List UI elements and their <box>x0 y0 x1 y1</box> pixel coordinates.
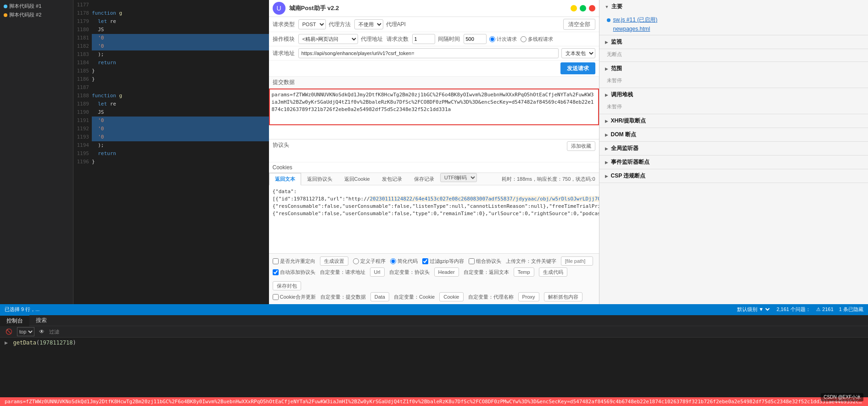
gen-settings-button[interactable]: 生成设置 <box>320 256 348 266</box>
file-path-input[interactable] <box>561 256 593 266</box>
callstack-section-header[interactable]: ▶ 调用堆栈 <box>599 88 868 101</box>
redirect-label: 是否允许重定向 <box>280 258 315 265</box>
tab-send-record[interactable]: 发包记录 <box>376 173 408 185</box>
code-line: let re <box>92 100 269 108</box>
code-line-highlight: '0 <box>92 42 269 50</box>
request-type-select[interactable]: POST GET <box>298 19 326 29</box>
event-section-header[interactable]: ▶ 事件监听器断点 <box>599 156 868 169</box>
source-item-sw[interactable]: sw.js #11 (已启用) <box>605 15 863 25</box>
code-line: } <box>92 158 269 166</box>
filter-gzip-label: 过滤gzip等内容 <box>430 258 464 265</box>
watch-section-header[interactable]: ▶ 监视 <box>599 35 868 49</box>
cookie-var-button[interactable]: Cookie <box>439 292 463 301</box>
data-var-button[interactable]: Data <box>370 292 389 301</box>
once-label: 计次请求 <box>497 36 517 43</box>
top-select[interactable]: top <box>17 327 34 336</box>
console-bottom-bar: params=fZTWWz0UNNUVKNoSdkQd1Jmy2DtfK8Hcw… <box>0 397 868 406</box>
xhr-section-header[interactable]: ▶ XHR/提取断点 <box>599 114 868 128</box>
global-section-header[interactable]: ▶ 全局监听器 <box>599 142 868 155</box>
proxy-method-select[interactable]: 不使用 <box>354 19 383 29</box>
simplify-option[interactable]: 简化代码 <box>390 258 418 265</box>
proxy-method-label: 代理方法 <box>329 21 352 28</box>
search-tab[interactable]: 搜索 <box>29 315 53 326</box>
script-item-2[interactable]: 脚本代码段 #2 <box>0 11 73 19</box>
console-tab[interactable]: 控制台 <box>0 315 29 326</box>
dom-section-header[interactable]: ▶ DOM 断点 <box>599 128 868 141</box>
tab-save-record[interactable]: 保存记录 <box>408 173 440 185</box>
auto-add-headers-label: 自动添加协议头 <box>280 269 315 276</box>
eye-button[interactable]: 👁 <box>37 328 46 335</box>
tab-return-headers[interactable]: 返回协议头 <box>301 173 338 185</box>
url-input[interactable] <box>298 48 559 58</box>
auto-add-headers-option[interactable]: 自动添加协议头 <box>273 269 315 276</box>
tab-return-cookie[interactable]: 返回Cookie <box>338 173 376 185</box>
send-request-button[interactable]: 发送请求 <box>560 62 595 74</box>
dot-1 <box>4 5 7 8</box>
problem-count: 2,161 个问题： <box>777 306 811 313</box>
timing-text: 耗时：188ms，响应长度：750，状态码:0 <box>502 176 595 183</box>
code-content: function g let re JS '0 '0 ); return } }… <box>92 0 269 304</box>
tool-panel-inner: 请求类型 POST GET 代理方法 不使用 代理API 清空全部 操作模块 <box>269 17 599 304</box>
log-level-select[interactable]: 默认级别 ▼ <box>735 306 771 312</box>
code-editor[interactable]: 1177 1178 1179 1180 1181 1182 1183 1184 … <box>73 0 269 304</box>
custom-var-header-label: 自定变量：协议头 <box>389 269 430 276</box>
add-collect-button[interactable]: 添加收藏 <box>567 141 595 151</box>
result-content[interactable]: {"data": [{"id":1978112718,"url":"http:/… <box>269 185 599 253</box>
scope-content: 未暂停 <box>599 75 868 88</box>
scope-section-header[interactable]: ▶ 范围 <box>599 62 868 75</box>
minimize-button[interactable] <box>571 5 577 11</box>
temp-var-button[interactable]: Temp <box>514 267 534 277</box>
main-section-header[interactable]: ▼ 主要 <box>599 0 868 13</box>
request-count-input[interactable] <box>412 34 435 44</box>
custom-var-url-label: 自定变量：请求地址 <box>320 269 365 276</box>
multi-thread-option[interactable]: 多线程请求 <box>521 36 553 43</box>
code-line-highlight: '0 <box>92 133 269 141</box>
no-breakpoints-section: 无断点 <box>599 49 868 62</box>
interval-input[interactable] <box>464 34 487 44</box>
cookies-label: Cookies <box>273 164 292 171</box>
sources-list: sw.js #11 (已启用) newpages.html <box>599 13 868 35</box>
code-line: function g <box>92 9 269 17</box>
body-type-select[interactable]: 文本发包 <box>561 48 595 58</box>
gen-code-button[interactable]: 生成代码 <box>539 267 567 277</box>
define-prog-option[interactable]: 定义子程序 <box>353 258 386 265</box>
cookies-area: Cookies <box>269 162 599 173</box>
global-section: ▶ 全局监听器 <box>599 142 868 156</box>
once-request-option[interactable]: 计次请求 <box>489 36 517 43</box>
tab-return-text[interactable]: 返回文本 <box>269 173 301 185</box>
code-line: let re <box>92 17 269 26</box>
code-line: ); <box>92 50 269 59</box>
result-tabs: 返回文本 返回协议头 返回Cookie 发包记录 保存记录 UTF8解码 耗时：… <box>269 173 599 185</box>
request-type-label: 请求类型 <box>273 21 296 28</box>
operation-select[interactable]: <精易>网页访问 <box>298 34 358 44</box>
thread-options: 计次请求 多线程请求 <box>489 36 553 43</box>
header-var-button[interactable]: Header <box>434 267 459 277</box>
filter-gzip-option[interactable]: 过滤gzip等内容 <box>422 258 464 265</box>
csp-section-header[interactable]: ▶ CSP 违规断点 <box>599 169 868 183</box>
parse-packet-button[interactable]: 解析抓包内容 <box>544 292 582 301</box>
code-line: } <box>92 75 269 83</box>
redirect-option[interactable]: 是否允许重定向 <box>273 258 315 265</box>
source-item-newpages[interactable]: newpages.html <box>611 25 863 33</box>
headers-area: 协议头 添加收藏 <box>269 139 599 162</box>
script-item-1[interactable]: 脚本代码段 #1 <box>0 2 73 11</box>
debugger-panel: ▼ 主要 sw.js #11 (已启用) newpages.html ▶ <box>599 0 868 304</box>
maximize-button[interactable] <box>580 5 586 11</box>
cookie-merge-option[interactable]: Cookie合并更新 <box>273 294 316 300</box>
source-newpages-label: newpages.html <box>613 26 650 32</box>
watch-section: ▶ 监视 <box>599 35 868 49</box>
xhr-section: ▶ XHR/提取断点 <box>599 114 868 128</box>
clear-console-button[interactable]: 🚫 <box>4 328 14 335</box>
console-line-1[interactable]: ▶ getData(1978112718) <box>0 338 868 348</box>
callstack-content: 未暂停 <box>599 101 868 114</box>
url-var-button[interactable]: Url <box>370 267 385 277</box>
save-packet-button[interactable]: 保存封包 <box>273 281 301 290</box>
proxy-var-button[interactable]: Proxy <box>518 292 539 301</box>
csp-section-title: CSP 违规断点 <box>611 172 646 180</box>
utf8-decode-select[interactable]: UTF8解码 <box>440 173 477 182</box>
submit-label: 提交数据 <box>269 77 599 89</box>
combine-headers-option[interactable]: 组合协议头 <box>469 258 501 265</box>
submit-textarea[interactable]: params=fZTWWz0UNNUVKNoSdkQd1Jmy2DtfK8Hcw… <box>269 89 599 125</box>
clear-all-button[interactable]: 清空全部 <box>563 19 595 30</box>
close-button[interactable] <box>589 5 595 11</box>
